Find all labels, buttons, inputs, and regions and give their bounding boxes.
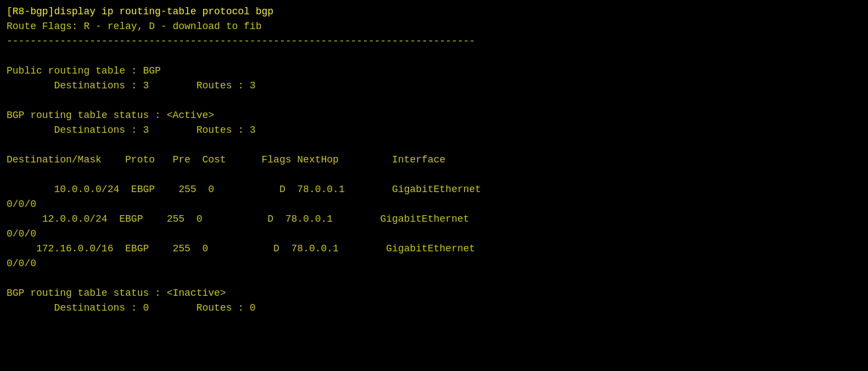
line-separator: ----------------------------------------…: [7, 34, 861, 49]
line-route-1: 10.0.0.0/24 EBGP 255 0 D 78.0.0.1 Gigabi…: [7, 182, 861, 197]
line-public-table: Public routing table : BGP: [7, 64, 861, 78]
line-empty-4: [7, 167, 861, 182]
line-empty-3: [7, 138, 861, 153]
line-inactive-stats: Destinations : 0 Routes : 0: [7, 301, 861, 316]
terminal-output: [R8-bgp]display ip routing-table protoco…: [7, 4, 861, 316]
line-route-2: 12.0.0.0/24 EBGP 255 0 D 78.0.0.1 Gigabi…: [7, 212, 861, 227]
line-route-2-iface: 0/0/0: [7, 227, 861, 241]
line-route-3-iface: 0/0/0: [7, 256, 861, 271]
line-active-stats: Destinations : 3 Routes : 3: [7, 123, 861, 138]
line-empty-2: [7, 93, 861, 108]
line-route-1-iface: 0/0/0: [7, 197, 861, 212]
line-command: [R8-bgp]display ip routing-table protoco…: [7, 4, 861, 19]
line-bgp-active-status: BGP routing table status : <Active>: [7, 108, 861, 123]
line-public-stats: Destinations : 3 Routes : 3: [7, 78, 861, 93]
line-flags: Route Flags: R - relay, D - download to …: [7, 19, 861, 34]
line-route-3: 172.16.0.0/16 EBGP 255 0 D 78.0.0.1 Giga…: [7, 241, 861, 256]
line-empty-5: [7, 271, 861, 286]
line-bgp-inactive-status: BGP routing table status : <Inactive>: [7, 286, 861, 301]
line-table-header: Destination/Mask Proto Pre Cost Flags Ne…: [7, 153, 861, 167]
line-empty-1: [7, 49, 861, 64]
